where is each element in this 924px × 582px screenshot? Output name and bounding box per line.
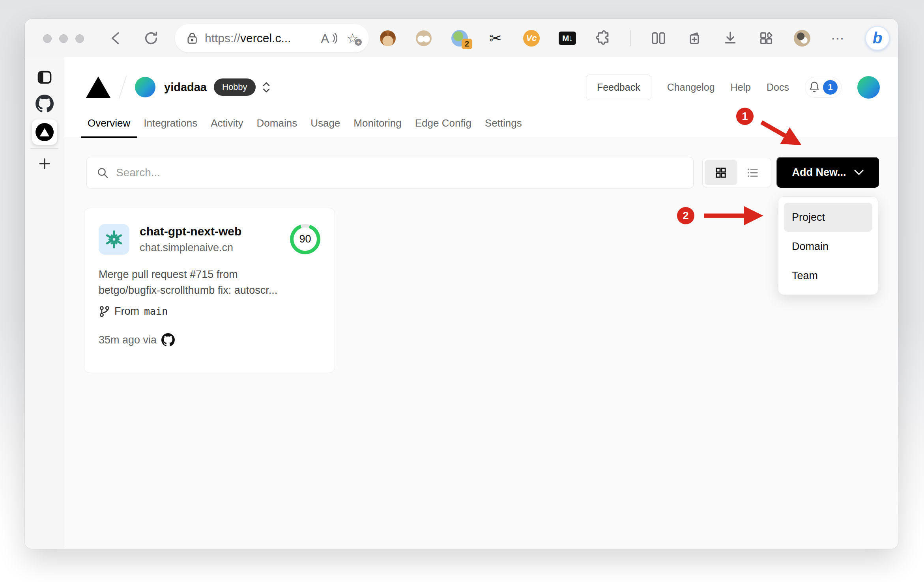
vercel-logo[interactable] — [86, 76, 110, 98]
svg-text:A: A — [321, 32, 329, 45]
search-input[interactable] — [116, 166, 684, 179]
team-name: yidadaa — [164, 81, 207, 94]
project-name[interactable]: chat-gpt-next-web — [140, 225, 241, 238]
notifications-button[interactable]: 1 — [805, 77, 842, 98]
branch-prefix: From — [114, 305, 139, 317]
apps-icon[interactable] — [758, 30, 775, 47]
user-avatar[interactable] — [857, 76, 880, 99]
window-controls[interactable] — [43, 34, 84, 43]
score-ring[interactable]: 90 — [290, 224, 320, 254]
downloads-icon[interactable] — [722, 30, 739, 47]
grid-view-button[interactable] — [705, 160, 737, 185]
list-view-icon — [746, 167, 759, 179]
score-value: 90 — [294, 228, 317, 251]
view-toggle — [702, 158, 771, 187]
extensions-row: 2 ✂ Vc M↓ — [379, 19, 890, 57]
reload-icon[interactable] — [143, 19, 159, 57]
vercel-triangle-icon — [40, 128, 49, 136]
add-new-dropdown: Project Domain Team — [778, 196, 878, 295]
tab-activity[interactable]: Activity — [204, 110, 250, 138]
read-aloud-icon[interactable]: A — [321, 32, 338, 45]
granny-extension-icon[interactable] — [415, 30, 432, 47]
tab-monitoring[interactable]: Monitoring — [347, 110, 408, 138]
openai-logo-icon — [104, 229, 124, 249]
git-branch-icon — [99, 306, 110, 317]
notification-count-badge: 1 — [823, 80, 838, 95]
profile-avatar[interactable] — [793, 30, 811, 47]
github-sidebar-icon[interactable] — [36, 95, 54, 113]
tab-usage[interactable]: Usage — [304, 110, 347, 138]
project-search[interactable] — [86, 157, 694, 188]
sidebar-toggle-icon[interactable] — [37, 70, 52, 84]
dropdown-item-domain[interactable]: Domain — [784, 232, 872, 261]
docs-link[interactable]: Docs — [767, 82, 789, 93]
badged-extension-icon[interactable]: 2 — [451, 30, 468, 47]
markdown-extension-icon[interactable]: M↓ — [559, 30, 576, 47]
changelog-link[interactable]: Changelog — [667, 82, 715, 93]
tab-overview[interactable]: Overview — [81, 110, 137, 138]
dropdown-item-team[interactable]: Team — [784, 261, 872, 290]
extension-badge: 2 — [462, 39, 472, 49]
project-card[interactable]: chat-gpt-next-web chat.simplenaive.cn 90… — [84, 208, 335, 373]
tampermonkey-extension-icon[interactable] — [379, 30, 397, 47]
url-text: https://vercel.c... — [205, 32, 291, 45]
breadcrumb-slash — [118, 75, 127, 99]
clipper-extension-icon[interactable]: ✂ — [487, 30, 504, 47]
commit-message[interactable]: Merge pull request #715 from betgo/bugfi… — [99, 267, 320, 298]
zoom-window-button[interactable] — [75, 34, 84, 43]
bell-icon — [809, 81, 820, 93]
more-menu-icon[interactable]: ⋯ — [829, 30, 847, 47]
vercel-dashboard: yidadaa Hobby Feedback Changelog Help Do… — [64, 57, 898, 548]
collections-icon[interactable] — [686, 30, 703, 47]
address-bar[interactable]: https://vercel.c... A ☆ — [175, 24, 369, 52]
page-header: yidadaa Hobby Feedback Changelog Help Do… — [64, 57, 898, 138]
chevron-down-icon — [854, 170, 864, 175]
back-icon[interactable] — [108, 19, 123, 57]
dashboard-tabs: Overview Integrations Activity Domains U… — [81, 110, 529, 138]
close-window-button[interactable] — [43, 34, 52, 43]
add-new-button[interactable]: Add New... — [776, 157, 879, 188]
tab-integrations[interactable]: Integrations — [137, 110, 204, 138]
browser-toolbar: https://vercel.c... A ☆ 2 ✂ Vc M↓ — [25, 19, 898, 57]
deploy-time: 35m ago via — [99, 334, 157, 346]
lock-icon — [187, 32, 198, 45]
help-link[interactable]: Help — [731, 82, 751, 93]
puzzle-extensions-icon[interactable] — [595, 30, 612, 47]
plan-badge: Hobby — [214, 78, 256, 96]
minimize-window-button[interactable] — [59, 34, 68, 43]
dropdown-item-project[interactable]: Project — [784, 203, 872, 232]
tab-domains[interactable]: Domains — [250, 110, 304, 138]
list-view-button[interactable] — [737, 160, 769, 185]
branch-name: main — [144, 306, 168, 317]
vercel-tab-tile[interactable] — [32, 119, 57, 145]
search-icon — [96, 166, 109, 179]
new-tab-plus-icon[interactable] — [37, 157, 52, 171]
desktop: https://vercel.c... A ☆ 2 ✂ Vc M↓ — [0, 0, 924, 582]
project-icon — [99, 224, 129, 255]
annotation-step-1: 1 — [736, 108, 754, 125]
feedback-button[interactable]: Feedback — [586, 75, 651, 100]
annotation-step-2: 2 — [677, 207, 694, 224]
tab-settings[interactable]: Settings — [478, 110, 529, 138]
team-switcher-icon[interactable] — [263, 82, 270, 93]
project-domain[interactable]: chat.simplenaive.cn — [140, 242, 241, 254]
favorite-star-icon[interactable]: ☆ — [347, 32, 359, 45]
tab-edge-config[interactable]: Edge Config — [408, 110, 478, 138]
github-icon — [161, 333, 175, 347]
toolbar-divider — [630, 30, 631, 46]
split-screen-icon[interactable] — [650, 30, 667, 47]
browser-sidebar — [25, 57, 64, 548]
browser-window: https://vercel.c... A ☆ 2 ✂ Vc M↓ — [25, 19, 898, 549]
grid-view-icon — [715, 167, 727, 179]
team-avatar[interactable] — [135, 77, 155, 97]
sidebar-divider — [30, 148, 58, 149]
vc-extension-icon[interactable]: Vc — [523, 30, 540, 47]
bing-chat-icon[interactable]: b — [865, 26, 890, 50]
